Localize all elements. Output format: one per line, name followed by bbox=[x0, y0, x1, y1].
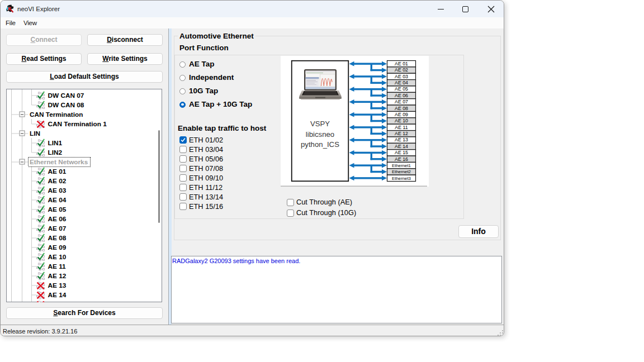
svg-text:Ethernet2: Ethernet2 bbox=[392, 169, 411, 174]
svg-text:DW CAN 07: DW CAN 07 bbox=[48, 92, 84, 99]
svg-text:AE 02: AE 02 bbox=[48, 177, 67, 185]
svg-text:AE 04: AE 04 bbox=[48, 196, 67, 204]
svg-text:AE 09: AE 09 bbox=[395, 112, 408, 117]
svg-text:AE 06: AE 06 bbox=[48, 215, 67, 223]
svg-text:AE 03: AE 03 bbox=[395, 74, 408, 79]
svg-text:AE 11: AE 11 bbox=[48, 263, 67, 270]
svg-text:AE 08: AE 08 bbox=[48, 234, 67, 242]
svg-text:LIN1: LIN1 bbox=[48, 139, 63, 147]
svg-text:AE 13: AE 13 bbox=[395, 137, 408, 142]
svg-text:AE 12: AE 12 bbox=[48, 272, 67, 280]
svg-text:AE 16: AE 16 bbox=[395, 156, 408, 162]
svg-text:LIN2: LIN2 bbox=[48, 149, 63, 156]
svg-text:AE 11: AE 11 bbox=[395, 125, 408, 130]
svg-text:AE 05: AE 05 bbox=[395, 86, 408, 92]
svg-text:Ethernet1: Ethernet1 bbox=[392, 163, 411, 168]
svg-text:AE 12: AE 12 bbox=[395, 131, 408, 136]
svg-text:CAN Termination 1: CAN Termination 1 bbox=[48, 120, 107, 128]
svg-text:AE 14: AE 14 bbox=[48, 291, 67, 299]
svg-text:CAN Termination: CAN Termination bbox=[30, 111, 83, 118]
svg-text:AE 10: AE 10 bbox=[395, 118, 408, 123]
svg-text:AE 10: AE 10 bbox=[48, 253, 67, 261]
svg-text:AE 03: AE 03 bbox=[48, 187, 67, 194]
svg-text:AE 06: AE 06 bbox=[395, 93, 408, 98]
svg-text:AE 02: AE 02 bbox=[395, 67, 408, 73]
svg-text:Ethernet3: Ethernet3 bbox=[392, 176, 411, 181]
svg-text:AE 01: AE 01 bbox=[48, 168, 67, 175]
svg-text:AE 15: AE 15 bbox=[395, 150, 408, 155]
svg-text:libicsneo: libicsneo bbox=[306, 130, 334, 139]
svg-text:AE 09: AE 09 bbox=[48, 244, 67, 251]
svg-text:DW CAN 08: DW CAN 08 bbox=[48, 101, 84, 109]
svg-text:AE 08: AE 08 bbox=[395, 106, 408, 111]
svg-text:LIN: LIN bbox=[30, 130, 40, 137]
svg-text:VSPY: VSPY bbox=[310, 120, 330, 128]
svg-text:AE 07: AE 07 bbox=[48, 225, 67, 232]
svg-text:AE 05: AE 05 bbox=[48, 206, 67, 213]
svg-text:AE 04: AE 04 bbox=[395, 80, 408, 85]
svg-text:Ethernet Networks: Ethernet Networks bbox=[30, 158, 88, 166]
svg-text:AE 14: AE 14 bbox=[395, 144, 408, 149]
svg-text:AE 13: AE 13 bbox=[48, 282, 67, 289]
svg-text:AE 07: AE 07 bbox=[395, 99, 408, 104]
svg-text:AE 01: AE 01 bbox=[395, 61, 408, 66]
svg-text:python_ICS: python_ICS bbox=[301, 140, 339, 149]
